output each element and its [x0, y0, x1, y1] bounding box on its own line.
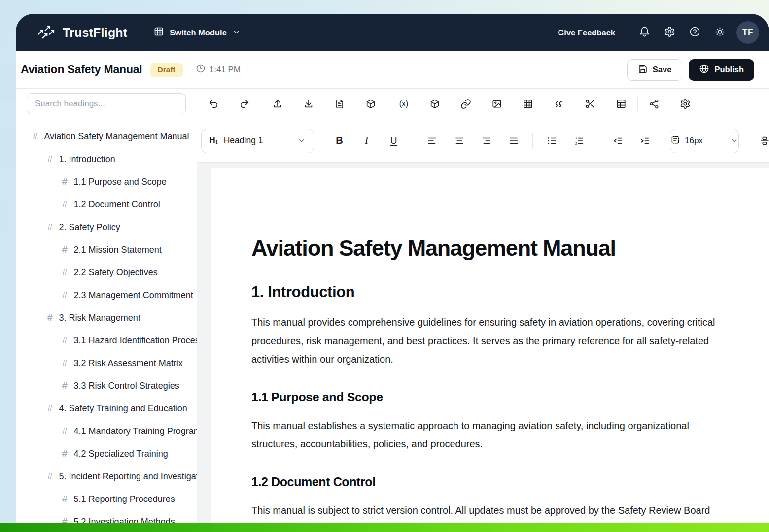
table-button[interactable]: [611, 94, 631, 114]
chevron-down-icon: [730, 136, 738, 145]
section-paragraph[interactable]: This manual establishes a systematic app…: [251, 417, 720, 454]
heading-label: Aviation Safety Management Manual: [44, 132, 189, 142]
heading-label: 2.3 Management Commitment: [74, 290, 193, 300]
font-size-dropdown[interactable]: 16px: [670, 129, 739, 153]
upload-button[interactable]: [267, 94, 288, 114]
align-justify-button[interactable]: [500, 130, 526, 152]
give-feedback-button[interactable]: Give Feedback: [558, 28, 615, 37]
sun-icon: [714, 26, 726, 37]
indent-button[interactable]: [631, 130, 658, 152]
theme-light-icon: [714, 26, 726, 39]
redo-button[interactable]: [234, 94, 255, 114]
image-button[interactable]: [487, 94, 507, 114]
sidebar-heading-item[interactable]: #2.2 Safety Objectives: [16, 261, 197, 284]
link-button[interactable]: [455, 94, 476, 114]
settings-button[interactable]: [659, 22, 680, 43]
outdent-button[interactable]: [604, 130, 630, 152]
sidebar-heading-item[interactable]: #2. Safety Policy: [16, 216, 197, 238]
document-h1[interactable]: Aviation Safety Management Manual: [251, 235, 720, 261]
clock-icon: [196, 64, 206, 73]
sidebar-heading-item[interactable]: #2.3 Management Commitment: [16, 284, 197, 306]
section-heading[interactable]: 1. Introduction: [251, 283, 720, 301]
sidebar-heading-item[interactable]: #4. Safety Training and Education: [16, 397, 197, 420]
variable-icon: (x): [399, 100, 409, 108]
redo-icon: [239, 99, 250, 109]
search-headings-input[interactable]: [27, 93, 186, 114]
ordered-list-button[interactable]: 12: [566, 130, 592, 152]
sidebar-heading-item[interactable]: #4.1 Mandatory Training Programs: [16, 420, 197, 442]
undo-button[interactable]: [203, 94, 224, 114]
section-heading[interactable]: 1.2 Document Control: [251, 475, 720, 489]
italic-icon: I: [365, 134, 368, 147]
divider: [745, 133, 745, 148]
download-button[interactable]: [298, 94, 319, 114]
section-heading[interactable]: 1.1 Purpose and Scope: [251, 390, 720, 404]
hash-icon: #: [47, 312, 53, 323]
grid-table-button[interactable]: [518, 94, 538, 114]
sidebar-heading-item[interactable]: #3.2 Risk Assessment Matrix: [16, 352, 197, 374]
sidebar-heading-item[interactable]: #2.1 Mission Statement: [16, 238, 197, 261]
package2-button[interactable]: [424, 94, 445, 114]
sidebar-heading-item[interactable]: #5. Incident Reporting and Investigation: [16, 465, 197, 488]
sidebar-heading-item[interactable]: #3.3 Risk Control Strategies: [16, 374, 197, 397]
toolbar-group: [419, 130, 526, 152]
notifications-button[interactable]: [633, 22, 655, 43]
file-text-button[interactable]: [329, 94, 350, 114]
chevron-down-icon: [730, 136, 738, 145]
switch-module-button[interactable]: Switch Module: [153, 26, 241, 39]
bold-button[interactable]: B: [326, 130, 352, 152]
save-button[interactable]: Save: [627, 59, 683, 81]
sidebar-heading-item[interactable]: #3.1 Hazard Identification Process: [16, 329, 197, 352]
align-left-button[interactable]: [419, 130, 445, 152]
trustflight-logo-icon: [36, 23, 56, 42]
sidebar-heading-item[interactable]: #1. Introduction: [16, 148, 197, 170]
section-paragraph[interactable]: This manual is subject to strict version…: [251, 501, 720, 524]
sidebar-heading-item[interactable]: #5.1 Reporting Procedures: [16, 488, 197, 510]
heading-label: 2.1 Mission Statement: [74, 245, 162, 255]
format-groups: BIU12: [326, 130, 658, 152]
heading-label: 4.1 Mandatory Training Programs: [74, 426, 197, 436]
align-right-button[interactable]: [473, 130, 499, 152]
package-button[interactable]: [360, 94, 381, 114]
headings-sidebar: #Aviation Safety Management Manual#1. In…: [16, 89, 197, 523]
variable-button[interactable]: (x): [393, 94, 414, 114]
align-center-button[interactable]: [446, 130, 472, 152]
headings-list: #Aviation Safety Management Manual#1. In…: [16, 119, 197, 523]
toolbar-group: [267, 94, 381, 114]
underline-button[interactable]: U: [381, 130, 407, 152]
document-title: Aviation Safety Manual: [21, 63, 142, 76]
hash-icon: #: [62, 494, 68, 504]
section-paragraph[interactable]: This manual provides comprehensive guide…: [251, 313, 720, 369]
heading-style-dropdown[interactable]: H1 Heading 1: [201, 129, 314, 153]
document-page[interactable]: Aviation Safety Management Manual 1. Int…: [211, 168, 769, 523]
bullet-list-button[interactable]: [539, 130, 565, 152]
scissors-button[interactable]: [580, 94, 600, 114]
publish-button[interactable]: Publish: [689, 59, 754, 81]
sidebar-heading-item[interactable]: #4.2 Specialized Training: [16, 442, 197, 465]
sidebar-heading-item[interactable]: #Aviation Safety Management Manual: [16, 125, 197, 148]
horizontal-rule-button[interactable]: [751, 130, 769, 152]
hash-icon: #: [62, 290, 68, 300]
divider: [413, 133, 413, 148]
settings2-button[interactable]: [675, 94, 696, 114]
save-label: Save: [653, 65, 672, 74]
sidebar-heading-item[interactable]: #1.1 Purpose and Scope: [16, 170, 197, 193]
svg-text:2: 2: [575, 141, 577, 145]
user-avatar[interactable]: TF: [736, 21, 759, 44]
hash-icon: #: [47, 154, 53, 165]
time-text: 1:41 PM: [210, 65, 241, 75]
theme-toggle-button[interactable]: [709, 22, 731, 43]
blockquote-button[interactable]: [549, 94, 569, 114]
bold-icon: B: [336, 135, 343, 146]
share-button[interactable]: [644, 94, 664, 114]
hash-icon: #: [62, 358, 68, 368]
sidebar-heading-item[interactable]: #5.2 Investigation Methods: [16, 510, 197, 523]
hash-icon: #: [62, 244, 68, 255]
italic-button[interactable]: I: [353, 130, 380, 152]
hash-icon: #: [62, 516, 68, 523]
sidebar-heading-item[interactable]: #3. Risk Management: [16, 306, 197, 329]
heading-label: 3.1 Hazard Identification Process: [74, 335, 197, 346]
help-button[interactable]: [684, 22, 705, 43]
sidebar-heading-item[interactable]: #1.2 Document Control: [16, 193, 197, 216]
globe-icon: [699, 64, 709, 76]
